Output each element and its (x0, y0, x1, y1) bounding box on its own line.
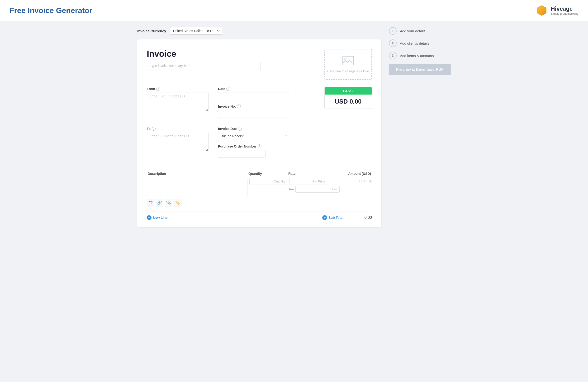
step-1-text: Add your details (400, 29, 426, 33)
invoice-title-section: Invoice (147, 49, 324, 70)
link-icon: 🔗 (157, 200, 162, 205)
invoice-top: Invoice Click here to change your logo (147, 49, 372, 80)
remove-icon: ⊗ (368, 179, 372, 183)
step-3-number: 3 (389, 52, 397, 59)
from-section: From ? (147, 87, 209, 122)
center-fields: Date ? 2020-07-24 Invoice No. ? IN-0001 (218, 87, 289, 122)
step-3-item: 3 Add items & amounts (389, 52, 451, 59)
to-section: To ? (147, 127, 209, 162)
invoice-due-select[interactable]: Due on Receipt Net 15 Net 30 Net 60 Cust… (218, 132, 289, 140)
item-rate-input[interactable] (289, 178, 327, 185)
from-label: From ? (147, 87, 209, 91)
to-label: To ? (147, 127, 209, 131)
po-help-icon[interactable]: ? (258, 145, 261, 148)
attachment-icon: 📎 (166, 200, 171, 205)
due-po-section: Invoice Due ? Due on Receipt Net 15 Net … (218, 127, 289, 162)
item-quantity-input[interactable] (249, 178, 287, 185)
content-area: Invoice Currency United States Dollar - … (137, 27, 381, 227)
invoice-due-label: Invoice Due ? (218, 127, 289, 131)
currency-row: Invoice Currency United States Dollar - … (137, 27, 381, 35)
link-toolbar-btn[interactable]: 🔗 (156, 199, 163, 206)
items-header-rate: Rate (288, 172, 326, 176)
step-2-number: 2 (389, 40, 397, 47)
item-quantity-col (249, 178, 287, 185)
step-1-item: 1 Add your details (389, 27, 451, 35)
invoice-no-help-icon[interactable]: ? (237, 105, 241, 108)
date-input[interactable]: 2020-07-24 (218, 92, 289, 100)
attachment-toolbar-btn[interactable]: 📎 (165, 199, 172, 206)
total-header: TOTAL (325, 87, 372, 95)
currency-select[interactable]: United States Dollar - USD Euro - EUR Br… (170, 27, 222, 35)
new-line-button[interactable]: + New Line (147, 215, 168, 220)
date-label: Date ? (218, 87, 289, 91)
brand-logo: Hiveage Simply great invoicing (536, 4, 579, 17)
from-help-icon[interactable]: ? (156, 87, 160, 91)
invoice-card: Invoice Click here to change your logo (137, 40, 381, 227)
item-toolbar: 📅 🔗 📎 🏷️ (147, 199, 248, 206)
main-container: Invoice Currency United States Dollar - … (128, 21, 460, 233)
subtotal-label: Sub Total (328, 216, 343, 219)
brand-name-area: Hiveage Simply great invoicing (551, 5, 579, 15)
brand-tagline: Simply great invoicing (551, 12, 579, 15)
svg-point-4 (345, 58, 347, 60)
item-amount-col: 0.00 ⊗ (329, 178, 372, 183)
items-header-quantity: Quantity (248, 172, 286, 176)
invoice-no-label: Invoice No. ? (218, 105, 289, 108)
item-description-input[interactable] (147, 178, 248, 197)
remove-item-button[interactable]: ⊗ (368, 179, 372, 183)
item-amount-value: 0.00 (359, 179, 366, 183)
to-textarea[interactable] (147, 132, 209, 151)
item-rate-col: Per (289, 178, 327, 193)
invoice-no-field-group: Invoice No. ? IN-0001 (218, 105, 289, 118)
step-2-item: 2 Add client's details (389, 40, 451, 47)
calendar-toolbar-btn[interactable]: 📅 (147, 199, 154, 206)
sidebar-steps: 1 Add your details 2 Add client's detail… (389, 27, 451, 59)
items-header-amount: Amount (USD) (328, 172, 371, 176)
tag-toolbar-btn[interactable]: 🏷️ (174, 199, 181, 206)
invoice-due-help-icon[interactable]: ? (238, 127, 242, 131)
total-box: TOTAL USD 0.00 (324, 87, 372, 109)
calendar-icon: 📅 (148, 200, 153, 205)
page-header: Free Invoice Generator Hiveage Simply gr… (0, 0, 588, 21)
invoice-due-field-group: Invoice Due ? Due on Receipt Net 15 Net … (218, 127, 289, 140)
step-1-number: 1 (389, 27, 397, 35)
svg-marker-2 (537, 5, 546, 16)
logo-upload-area[interactable]: Click here to change your logo (324, 49, 372, 80)
per-unit-row: Per (289, 186, 327, 193)
invoice-title: Invoice (147, 49, 324, 59)
brand-name: Hiveage (551, 5, 579, 12)
form-grid: From ? Date ? 2020-07-24 (147, 87, 372, 122)
from-textarea[interactable] (147, 92, 209, 111)
page-title: Free Invoice Generator (9, 6, 92, 15)
svg-rect-3 (343, 56, 354, 65)
total-value: USD 0.00 (325, 95, 372, 108)
date-help-icon[interactable]: ? (226, 87, 230, 91)
po-label: Purchase Order Number ? (218, 145, 289, 148)
step-2-text: Add client's details (400, 41, 429, 45)
table-row: 📅 🔗 📎 🏷️ (147, 178, 372, 206)
date-field-group: Date ? 2020-07-24 (218, 87, 289, 100)
items-section: Description Quantity Rate Amount (USD) 📅 (147, 167, 372, 220)
items-header: Description Quantity Rate Amount (USD) (147, 172, 372, 176)
hiveage-hex-icon (536, 4, 548, 17)
step-3-text: Add items & amounts (400, 54, 434, 58)
item-unit-input[interactable] (295, 186, 340, 193)
subtotal-button[interactable]: + Sub Total (322, 215, 343, 220)
preview-download-button[interactable]: Preview & Download PDF (389, 64, 451, 75)
to-help-icon[interactable]: ? (152, 127, 156, 131)
image-placeholder-icon (342, 56, 354, 67)
currency-label: Invoice Currency (137, 29, 166, 33)
po-input[interactable] (218, 150, 266, 158)
new-line-label: New Line (153, 216, 168, 219)
new-line-plus-icon: + (147, 215, 151, 220)
logo-upload-text: Click here to change your logo (327, 69, 369, 73)
subtotal-value: 0.00 (358, 215, 372, 220)
invoice-no-input[interactable]: IN-0001 (218, 110, 289, 118)
invoice-summary-input[interactable] (147, 62, 261, 70)
subtotal-area: + Sub Total 0.00 (322, 215, 372, 220)
items-header-description: Description (148, 172, 247, 176)
item-description-col: 📅 🔗 📎 🏷️ (147, 178, 248, 206)
sidebar: 1 Add your details 2 Add client's detail… (389, 27, 451, 227)
from-field-group: From ? (147, 87, 209, 112)
po-field-group: Purchase Order Number ? (218, 145, 289, 158)
